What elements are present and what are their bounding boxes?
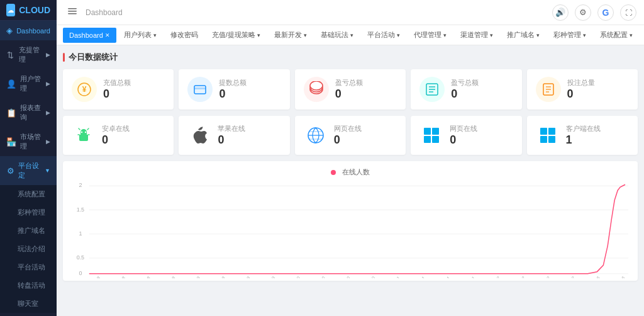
svg-text:03-12: 03-12	[490, 276, 501, 278]
stat-label: 充值总额	[103, 78, 131, 87]
tab-agent[interactable]: 代理管理 ▾	[408, 28, 453, 43]
sidebar-item-platform[interactable]: ⚙ 平台设定 ▼	[0, 156, 57, 185]
platform-icon: ⚙	[6, 166, 14, 176]
tab-platform[interactable]: 平台活动 ▾	[361, 28, 406, 43]
tab-recharge[interactable]: 充值/提现策略 ▾	[206, 28, 267, 43]
settings-icon[interactable]: ⚙	[575, 4, 591, 21]
tab-gameplay[interactable]: 基础玩法 ▾	[314, 28, 360, 43]
sidebar-item-label: 市场管理	[20, 132, 42, 151]
online-card-client: 客户端在线 1	[527, 116, 638, 155]
tab-lottery[interactable]: 彩种管理 ▾	[547, 28, 592, 43]
tab-label: 渠道管理	[460, 30, 488, 40]
google-icon[interactable]: G	[597, 4, 614, 21]
tab-promo[interactable]: 推广域名 ▾	[501, 28, 546, 43]
sidebar-item-chuti[interactable]: ⇅ 充提管理 ▶	[0, 40, 57, 69]
sidebar-item-user[interactable]: 👤 用户管理 ▶	[0, 69, 57, 98]
svg-rect-28	[424, 128, 431, 135]
main-area: Dashboard 🔊 ⚙ G ⛶ Dashboard ✕ 用户列表 ▾ 修改密…	[57, 0, 644, 316]
stat-card-profit2: 盈亏总额 0	[411, 69, 521, 110]
arrow-icon: ▼	[45, 167, 50, 174]
sidebar-item-market[interactable]: 🏪 市场管理 ▶	[0, 127, 57, 156]
svg-rect-2	[68, 13, 77, 14]
tab-userlist[interactable]: 用户列表 ▾	[118, 28, 163, 43]
windows2-icon	[536, 123, 560, 147]
tab-label: 基础玩法	[321, 30, 348, 40]
sidebar: ☁ CLOUD ◈ Dashboard ⇅ 充提管理 ▶ 👤 用户管理 ▶ 📋 …	[0, 0, 57, 316]
report-icon: 📋	[6, 108, 16, 118]
tab-label: 用户列表	[124, 30, 152, 40]
tab-arrow: ▾	[304, 32, 307, 38]
sidebar-item-dashboard[interactable]: ◈ Dashboard	[0, 21, 57, 40]
app-logo[interactable]: ☁ CLOUD	[0, 0, 57, 21]
bet-icon	[536, 77, 561, 102]
tab-tools[interactable]: 工具集 ▾	[640, 28, 644, 43]
tab-label: Dashboard	[69, 31, 103, 39]
sub-item-activity[interactable]: 平台活动	[0, 258, 57, 276]
tab-label: 最新开发	[274, 30, 302, 40]
svg-text:03-16: 03-16	[590, 276, 601, 278]
svg-point-18	[81, 132, 82, 133]
sub-item-wheel[interactable]: 转盘活动	[0, 276, 57, 295]
collapse-button[interactable]	[64, 4, 80, 20]
stat-card-bet: 投注总量 0	[527, 69, 638, 110]
svg-text:03-12: 03-12	[565, 276, 576, 278]
stat-card-profit: 盈亏总额 0	[295, 69, 406, 110]
svg-text:03-18: 03-18	[165, 276, 176, 278]
stat-label: 提数总额	[219, 78, 247, 87]
chart-svg-wrap: 2 1.5 1 0.5 0 03-18	[69, 181, 631, 278]
chart-area: 在线人数 2 1.5 1 0.5 0	[63, 161, 638, 281]
tab-label: 代理管理	[414, 30, 441, 40]
svg-text:¥: ¥	[82, 85, 87, 94]
tab-dashboard[interactable]: Dashboard ✕	[63, 28, 116, 43]
svg-text:03-11: 03-11	[440, 276, 451, 278]
legend-dot	[331, 170, 336, 175]
arrow-icon: ▶	[46, 138, 50, 145]
svg-text:03-12: 03-12	[514, 276, 526, 278]
sub-item-chat[interactable]: 聊天室	[0, 295, 57, 313]
withdraw-icon	[187, 77, 213, 102]
section-title-text: 今日数据统计	[69, 52, 118, 63]
stat-label: 盈亏总额	[451, 78, 479, 87]
online-value: 0	[450, 133, 477, 147]
user-icon: 👤	[6, 79, 16, 89]
fullscreen-icon[interactable]: ⛶	[620, 4, 636, 21]
sub-item-syscfg[interactable]: 系统配置	[0, 185, 57, 203]
section-title: 今日数据统计	[63, 52, 638, 63]
svg-text:0.5: 0.5	[77, 254, 84, 261]
online-card-apple: 苹果在线 0	[179, 116, 289, 155]
sidebar-item-report[interactable]: 📋 报表查询 ▶	[0, 98, 57, 127]
stat-info: 盈亏总额 0	[335, 78, 363, 101]
tab-channel[interactable]: 渠道管理 ▾	[454, 28, 499, 43]
online-info: 安卓在线 0	[102, 124, 130, 147]
stat-label: 盈亏总额	[335, 78, 363, 87]
tab-close[interactable]: ✕	[105, 32, 110, 38]
online-value: 0	[102, 133, 130, 147]
chart-legend: 在线人数	[69, 167, 631, 177]
android-icon	[72, 123, 96, 147]
online-label: 客户端在线	[566, 124, 601, 133]
tab-syscfg[interactable]: 系统配置 ▾	[594, 28, 639, 43]
sidebar-item-label: 平台设定	[18, 161, 41, 180]
tab-label: 系统配置	[600, 30, 628, 40]
legend-label: 在线人数	[342, 167, 370, 177]
nav-tabs: Dashboard ✕ 用户列表 ▾ 修改密码 充值/提现策略 ▾ 最新开发 ▾…	[57, 25, 644, 45]
tab-newdev[interactable]: 最新开发 ▾	[268, 28, 313, 43]
online-card-windows: 网页在线 0	[411, 116, 521, 155]
ie-icon	[304, 123, 328, 147]
stat-card-recharge: ¥ 充值总额 0	[63, 69, 174, 110]
platform-sub-menu: 系统配置 彩种管理 推广域名 玩法介绍 平台活动 转盘活动 聊天室	[0, 185, 57, 313]
svg-rect-1	[68, 11, 77, 12]
sub-item-domain[interactable]: 推广域名	[0, 222, 57, 240]
svg-text:1.5: 1.5	[77, 206, 84, 212]
tab-changepwd[interactable]: 修改密码	[164, 28, 204, 43]
stats-grid: ¥ 充值总额 0 提数总额 0	[63, 69, 638, 110]
online-card-android: 安卓在线 0	[63, 116, 174, 155]
svg-text:0: 0	[79, 270, 82, 276]
volume-icon[interactable]: 🔊	[552, 4, 569, 21]
sub-item-lottery[interactable]: 彩种管理	[0, 203, 57, 222]
sub-item-howto[interactable]: 玩法介绍	[0, 240, 57, 258]
svg-line-22	[79, 128, 80, 130]
sidebar-item-dev[interactable]: 🔧 开发管理 ▶	[0, 313, 57, 316]
svg-point-9	[310, 81, 323, 90]
svg-text:03-10: 03-10	[290, 276, 301, 278]
